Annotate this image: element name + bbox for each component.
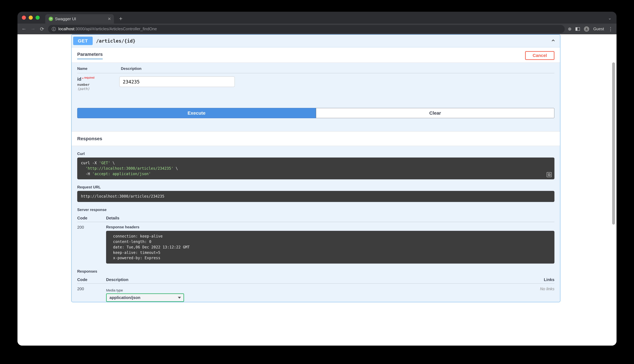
media-type-label: Media type [106, 288, 523, 292]
required-star-icon: * [82, 77, 84, 81]
tab-strip: ⟳ Swagger UI ✕ ＋ ⌄ [18, 12, 616, 24]
tabs-overflow-icon[interactable]: ⌄ [608, 16, 612, 20]
no-links-text: No links [523, 286, 554, 302]
curl-url: 'http://localhost:3000/articles/234235' [86, 166, 174, 170]
browser-window: ⟳ Swagger UI ✕ ＋ ⌄ ← → ⟳ i localhost:300… [18, 12, 616, 346]
forward-button[interactable]: → [30, 26, 36, 32]
curl-prefix: curl -X [81, 161, 99, 165]
curl-method: 'GET' [99, 161, 110, 165]
browser-menu-icon[interactable]: ⋮ [608, 26, 613, 32]
doc-status-code: 200 [77, 286, 106, 302]
svg-point-0 [586, 28, 587, 29]
response-headers-box: connection: keep-alive content-length: 0… [106, 231, 554, 264]
documented-responses-heading: Responses [77, 269, 554, 274]
param-in-label: (path) [77, 87, 100, 91]
param-table-header: Name Description [77, 63, 554, 73]
col-code-header2: Code [77, 277, 106, 282]
operation-block-get-article: GET /articles/{id} Parameters Cancel Nam… [71, 34, 560, 302]
traffic-lights [22, 16, 40, 20]
response-headers-heading: Response headers [106, 225, 554, 229]
responses-section-header: Responses [72, 131, 560, 146]
col-description-header: Description [106, 277, 523, 282]
close-tab-icon[interactable]: ✕ [108, 16, 111, 21]
execute-button[interactable]: Execute [77, 108, 316, 118]
cancel-button[interactable]: Cancel [525, 51, 554, 60]
param-header-name: Name [77, 66, 100, 71]
curl-line-cont2: \ [173, 166, 178, 170]
parameters-tab[interactable]: Parameters [77, 52, 103, 60]
documented-table-head: Code Description Links [77, 277, 554, 284]
server-response-table-head: Code Details [77, 216, 554, 222]
curl-line-cont: \ [110, 161, 115, 165]
execute-row: Execute Clear [77, 108, 554, 118]
responses-body: Curl curl -X 'GET' \ 'http://localhost:3… [72, 152, 560, 302]
toolbar-right: ⊕ Guest ⋮ [568, 26, 613, 32]
close-window-icon[interactable] [22, 16, 26, 20]
server-response-heading: Server response [77, 208, 554, 212]
vertical-scrollbar[interactable] [612, 34, 616, 346]
scrollbar-thumb[interactable] [612, 62, 615, 224]
param-type-label: number [77, 83, 100, 86]
profile-label[interactable]: Guest [593, 26, 604, 31]
request-url-heading: Request URL [77, 185, 554, 189]
curl-heading: Curl [77, 152, 554, 156]
col-code-header: Code [77, 216, 106, 220]
swagger-favicon-icon: ⟳ [49, 17, 53, 21]
site-info-icon[interactable]: i [52, 27, 56, 31]
media-type-value: application/json [110, 295, 140, 300]
chevron-up-icon[interactable] [551, 38, 555, 44]
parameters-section-header: Parameters Cancel [72, 48, 560, 63]
browser-chrome: ⟳ Swagger UI ✕ ＋ ⌄ ← → ⟳ i localhost:300… [18, 12, 616, 34]
operation-path: /articles/{id} [96, 38, 136, 44]
minimize-window-icon[interactable] [29, 16, 33, 20]
panel-toggle-icon[interactable] [576, 27, 580, 31]
url-host: localhost [58, 26, 74, 31]
toolbar: ← → ⟳ i localhost:3000/api/#/articles/Ar… [18, 24, 616, 34]
swagger-container: GET /articles/{id} Parameters Cancel Nam… [71, 34, 560, 346]
page-content: GET /articles/{id} Parameters Cancel Nam… [18, 34, 616, 346]
clear-button[interactable]: Clear [316, 108, 554, 118]
browser-tab[interactable]: ⟳ Swagger UI ✕ [45, 14, 114, 24]
copy-icon[interactable]: ⧉ [547, 172, 552, 177]
required-label: required [84, 76, 94, 79]
request-url-codebox: http://localhost:3000/articles/234235 [77, 191, 554, 202]
zoom-search-icon[interactable]: ⊕ [568, 26, 572, 32]
col-details-header: Details [106, 216, 554, 220]
param-name-label: id [77, 76, 82, 82]
tab-title: Swagger UI [55, 16, 106, 21]
status-code-value: 200 [77, 225, 106, 264]
profile-avatar-icon[interactable] [584, 26, 589, 32]
documented-response-row: 200 Media type application/json No links [77, 286, 554, 302]
maximize-window-icon[interactable] [36, 16, 40, 20]
server-response-row: 200 Response headers connection: keep-al… [77, 225, 554, 264]
reload-button[interactable]: ⟳ [39, 26, 45, 32]
http-method-badge: GET [73, 37, 93, 45]
curl-header-indent: -H [81, 172, 92, 176]
col-links-header: Links [523, 277, 554, 282]
param-row-id: id * required number (path) [77, 73, 554, 91]
url-path: :3000/api/#/articles/ArticlesController_… [74, 26, 157, 31]
back-button[interactable]: ← [21, 26, 27, 32]
curl-codebox: curl -X 'GET' \ 'http://localhost:3000/a… [77, 158, 554, 179]
new-tab-button[interactable]: ＋ [118, 15, 124, 22]
curl-header-str: 'accept: application/json' [92, 172, 151, 176]
curl-indent [81, 166, 86, 170]
address-bar[interactable]: i localhost:3000/api/#/articles/Articles… [48, 25, 565, 33]
param-input-id[interactable] [119, 76, 235, 87]
operation-summary[interactable]: GET /articles/{id} [72, 34, 560, 48]
parameters-body: Name Description id * required number [72, 63, 560, 131]
media-type-select[interactable]: application/json [106, 293, 184, 302]
param-header-description: Description [121, 66, 142, 71]
